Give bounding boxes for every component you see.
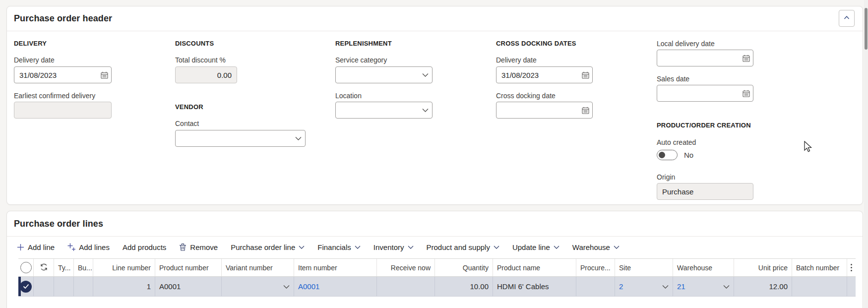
sales-date-field[interactable] xyxy=(657,85,753,102)
remove-button[interactable]: Remove xyxy=(179,243,218,251)
row-site-cell[interactable]: 2 xyxy=(615,277,673,296)
location-combobox[interactable] xyxy=(335,102,433,119)
add-line-button[interactable]: Add line xyxy=(17,243,55,251)
column-header-business-label: Bu... xyxy=(78,264,92,272)
row-item-number-cell[interactable]: A0001 xyxy=(294,277,377,296)
chevron-down-icon[interactable] xyxy=(418,102,432,118)
refresh-icon xyxy=(40,263,48,273)
chevron-down-icon[interactable] xyxy=(291,130,305,146)
auto-created-label: Auto created xyxy=(657,138,696,146)
inventory-menu[interactable]: Inventory xyxy=(373,243,414,251)
delivery-date-input[interactable] xyxy=(14,67,97,83)
warehouse-menu[interactable]: Warehouse xyxy=(572,243,620,251)
chevron-down-icon xyxy=(408,245,414,249)
purchase-order-line-label: Purchase order line xyxy=(231,243,295,251)
sales-date-input[interactable] xyxy=(657,85,739,101)
scrollbar-thumb[interactable] xyxy=(865,8,868,50)
group-discounts: DISCOUNTS xyxy=(175,40,214,47)
update-line-label: Update line xyxy=(512,243,550,251)
purchase-order-header-card: Purchase order header DELIVERY Delivery … xyxy=(6,6,863,205)
row-selection-bar xyxy=(18,277,21,296)
row-procurement-cell[interactable] xyxy=(576,277,615,296)
column-header-line-number[interactable]: Line number xyxy=(93,259,155,276)
lines-toolbar: Add line Add lines Add products Remove P… xyxy=(17,240,620,254)
update-line-menu[interactable]: Update line xyxy=(512,243,559,251)
chevron-down-icon[interactable] xyxy=(720,284,730,289)
contact-combobox[interactable] xyxy=(175,130,306,147)
refresh-cell[interactable] xyxy=(34,259,54,276)
total-discount-label: Total discount % xyxy=(175,56,226,64)
select-all-circle-icon[interactable] xyxy=(20,262,32,273)
table-row[interactable]: 1 A0001 A0001 10.00 HDMI 6' Cables 2 21 xyxy=(18,277,856,297)
column-header-line-number-label: Line number xyxy=(112,264,151,272)
column-header-warehouse[interactable]: Warehouse xyxy=(673,259,734,276)
add-products-button[interactable]: Add products xyxy=(123,243,166,251)
service-category-input[interactable] xyxy=(336,67,418,83)
financials-menu[interactable]: Financials xyxy=(317,243,361,251)
row-receive-now-cell[interactable] xyxy=(377,277,435,296)
cross-delivery-date-input[interactable] xyxy=(496,67,578,83)
column-header-product-number[interactable]: Product number xyxy=(155,259,222,276)
location-input[interactable] xyxy=(336,102,418,118)
item-number-link[interactable]: A0001 xyxy=(298,282,319,291)
chevron-down-icon xyxy=(299,245,305,249)
chevron-down-icon[interactable] xyxy=(418,67,432,83)
row-batch-number-cell[interactable] xyxy=(792,277,847,296)
service-category-combobox[interactable] xyxy=(335,66,433,83)
local-delivery-date-field[interactable] xyxy=(657,50,753,66)
auto-created-toggle[interactable] xyxy=(657,150,678,160)
row-quantity-cell[interactable]: 10.00 xyxy=(435,277,493,296)
add-lines-button[interactable]: Add lines xyxy=(67,243,110,251)
column-header-receive-now[interactable]: Receive now xyxy=(377,259,435,276)
column-header-business[interactable]: Bu... xyxy=(74,259,93,276)
column-header-variant-number[interactable]: Variant number xyxy=(222,259,294,276)
row-type-cell[interactable] xyxy=(54,277,74,296)
row-warehouse-cell[interactable]: 21 xyxy=(673,277,734,296)
chevron-down-icon xyxy=(614,245,620,249)
calendar-icon[interactable] xyxy=(578,102,592,118)
cross-delivery-date-field[interactable] xyxy=(496,66,593,83)
column-header-site[interactable]: Site xyxy=(615,259,673,276)
column-header-type[interactable]: Ty... xyxy=(54,259,74,276)
row-product-name-cell[interactable]: HDMI 6' Cables xyxy=(493,277,576,296)
select-all-cell[interactable] xyxy=(18,259,34,276)
chevron-down-icon[interactable] xyxy=(280,284,290,289)
delivery-date-field[interactable] xyxy=(14,66,112,83)
local-delivery-date-label: Local delivery date xyxy=(657,40,715,48)
row-unit-price-cell[interactable]: 12.00 xyxy=(734,277,792,296)
column-header-item-number[interactable]: Item number xyxy=(294,259,377,276)
calendar-icon[interactable] xyxy=(97,67,111,83)
collapse-header-button[interactable] xyxy=(839,10,855,27)
product-and-supply-menu[interactable]: Product and supply xyxy=(427,243,499,251)
remove-label: Remove xyxy=(190,243,218,251)
site-link[interactable]: 2 xyxy=(619,282,623,291)
purchase-order-line-menu[interactable]: Purchase order line xyxy=(231,243,305,251)
contact-label: Contact xyxy=(175,120,199,127)
cross-docking-date-input[interactable] xyxy=(496,102,578,118)
cross-docking-date-field[interactable] xyxy=(496,102,593,119)
row-variant-number-cell[interactable] xyxy=(222,277,294,296)
column-header-batch-number[interactable]: Batch number xyxy=(792,259,847,276)
calendar-icon[interactable] xyxy=(739,50,753,66)
calendar-icon[interactable] xyxy=(578,67,592,83)
grid-options-button[interactable] xyxy=(847,259,856,276)
product-and-supply-label: Product and supply xyxy=(427,243,490,251)
purchase-order-lines-card: Purchase order lines Add line Add lines … xyxy=(6,211,863,308)
vertical-scrollbar[interactable] xyxy=(864,0,868,308)
local-delivery-date-input[interactable] xyxy=(657,50,739,66)
row-line-number-cell[interactable]: 1 xyxy=(93,277,155,296)
chevron-down-icon[interactable] xyxy=(659,284,669,289)
warehouse-link[interactable]: 21 xyxy=(677,282,685,291)
column-header-procurement[interactable]: Procure... xyxy=(576,259,615,276)
column-header-quantity[interactable]: Quantity xyxy=(435,259,493,276)
calendar-icon[interactable] xyxy=(739,85,753,101)
total-discount-field xyxy=(175,66,237,83)
row-business-cell[interactable] xyxy=(74,277,93,296)
row-product-number-cell[interactable]: A0001 xyxy=(155,277,222,296)
chevron-down-icon xyxy=(494,245,499,249)
checked-checkbox-icon[interactable] xyxy=(20,281,32,293)
contact-input[interactable] xyxy=(176,130,291,146)
column-header-unit-price[interactable]: Unit price xyxy=(734,259,792,276)
chevron-up-icon xyxy=(843,14,851,23)
column-header-product-name[interactable]: Product name xyxy=(493,259,576,276)
